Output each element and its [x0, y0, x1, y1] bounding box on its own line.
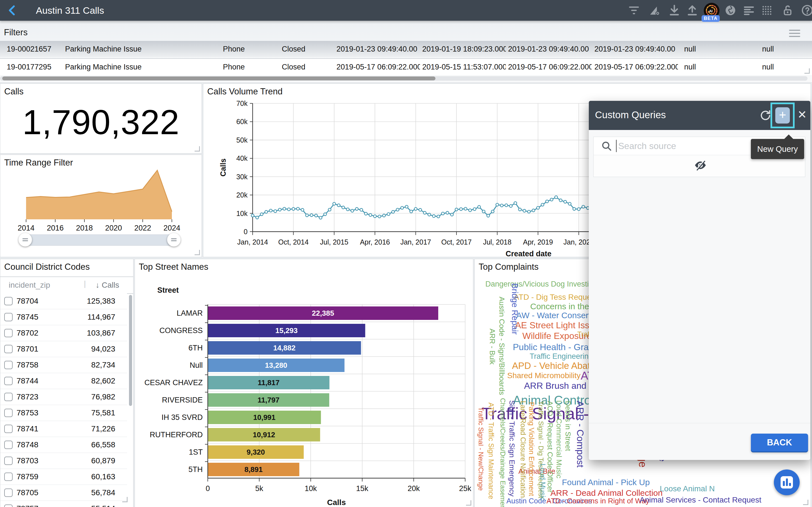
word-cloud-term[interactable]: Sign - Traffic Sign Emergency [508, 400, 516, 496]
filters-menu-icon[interactable] [789, 30, 800, 38]
row-checkbox[interactable] [4, 472, 13, 481]
council-table-header[interactable]: incident_zip | ↓ Calls [0, 276, 133, 294]
filters-table-row[interactable]: 19-00177295Parking Machine IssuePhoneClo… [0, 58, 812, 75]
help-icon[interactable] [801, 4, 812, 17]
council-row[interactable]: 78702 103,867 [0, 325, 127, 341]
filters-cell: null [684, 45, 759, 54]
council-row[interactable]: 78705 56,784 [0, 485, 127, 501]
svg-text:LAMAR: LAMAR [176, 309, 203, 317]
row-checkbox[interactable] [4, 457, 13, 465]
filters-h-scrollbar[interactable] [0, 76, 808, 81]
calls-value: 76,982 [91, 392, 115, 401]
svg-text:5TH: 5TH [189, 465, 203, 474]
row-checkbox[interactable] [4, 345, 13, 353]
filter-icon[interactable] [627, 4, 641, 17]
council-scrollbar-thumb[interactable] [129, 295, 132, 406]
zip-value: 78705 [16, 488, 38, 497]
council-row[interactable]: 78703 60,879 [0, 453, 127, 469]
council-title: Council District Codes [4, 262, 90, 272]
word-cloud-term[interactable]: ATD - Concerns in Right of Way [547, 497, 649, 504]
back-button[interactable]: BACK [751, 434, 808, 452]
word-cloud-term[interactable]: Loud Music [539, 464, 547, 501]
word-cloud-term[interactable]: ATD - Dig Tess Request [514, 293, 598, 301]
streets-card: Top Street Names Street 05k10k15k20k25k2… [135, 259, 473, 507]
council-row[interactable]: 78723 76,982 [0, 389, 127, 405]
svg-text:CESAR CHAVEZ: CESAR CHAVEZ [144, 379, 203, 387]
download-icon[interactable] [668, 4, 681, 17]
refresh-icon[interactable] [759, 109, 772, 122]
scrollbar-thumb[interactable] [2, 76, 436, 80]
word-cloud-term[interactable]: Shared Micromobility [507, 372, 580, 380]
resize-handle[interactable] [195, 146, 200, 152]
council-row[interactable]: 78701 94,023 [0, 341, 127, 357]
council-row[interactable]: 78744 82,602 [0, 373, 127, 389]
filters-cell: 19-00177295 [7, 63, 63, 71]
svg-text:Apr, 2019: Apr, 2019 [523, 238, 553, 246]
council-row[interactable]: 78741 71,226 [0, 421, 127, 437]
row-checkbox[interactable] [4, 504, 13, 507]
upload-icon[interactable] [686, 4, 699, 17]
word-cloud-term[interactable]: Parking Violation Enforcement [528, 402, 535, 496]
resize-handle[interactable] [803, 500, 808, 505]
column-incident-zip[interactable]: incident_zip [9, 281, 50, 290]
row-checkbox[interactable] [4, 297, 13, 305]
word-cloud-term[interactable]: Loud Commercial Music [555, 400, 563, 478]
time-range-slider[interactable] [25, 234, 174, 246]
resize-handle[interactable] [122, 497, 128, 502]
search-input[interactable]: Search source [618, 141, 676, 151]
filters-cell: 2019-01-23 09:49:40.00 [508, 45, 592, 54]
slider-handle-right[interactable] [167, 233, 181, 246]
word-cloud-term[interactable]: ARR - Bulk [489, 329, 496, 365]
word-cloud-term[interactable]: ATD - Traffic Sign Maintenance [488, 402, 495, 499]
close-icon[interactable]: ✕ [798, 108, 807, 121]
globe-icon[interactable] [724, 4, 738, 17]
streets-bar-chart[interactable]: 05k10k15k20k25k22,385LAMAR15,293CONGRESS… [135, 259, 472, 507]
word-cloud-term[interactable]: Debris in Street [564, 401, 572, 451]
council-row[interactable]: 78704 125,383 [0, 293, 127, 309]
ai-icon[interactable]: AI BETA [704, 3, 719, 18]
row-checkbox[interactable] [4, 441, 13, 449]
resize-handle[interactable] [195, 250, 200, 255]
column-calls[interactable]: ↓ Calls [96, 281, 119, 290]
grid-icon[interactable] [760, 4, 774, 17]
rows-icon[interactable] [743, 4, 756, 17]
row-checkbox[interactable] [4, 425, 13, 433]
new-query-button[interactable]: + [775, 107, 790, 123]
resize-handle[interactable] [466, 500, 471, 506]
council-row[interactable]: 78757 55,514 [0, 501, 127, 507]
calls-card-title: Calls [4, 87, 23, 97]
back-icon[interactable] [6, 4, 18, 17]
council-row[interactable]: 78745 114,967 [0, 309, 127, 325]
row-checkbox[interactable] [4, 313, 13, 321]
zip-value: 78745 [16, 313, 38, 322]
resize-handle[interactable] [804, 68, 810, 74]
row-checkbox[interactable] [4, 377, 13, 385]
word-cloud-term[interactable]: Channels/Creeks/Drainage Easement [499, 398, 506, 507]
word-cloud-term[interactable]: ARR - Compost [576, 401, 585, 467]
lock-icon[interactable] [781, 4, 795, 17]
council-row[interactable]: 78758 82,734 [0, 357, 127, 373]
row-checkbox[interactable] [4, 393, 13, 401]
filters-table-row[interactable]: 19-00021657Parking Machine IssuePhoneClo… [0, 41, 812, 57]
row-checkbox[interactable] [4, 361, 13, 369]
word-cloud-term[interactable]: ACD - Request Code Officer [547, 401, 554, 493]
word-cloud-term[interactable]: Animal Services - Contact Request [640, 496, 761, 504]
row-checkbox[interactable] [4, 329, 13, 337]
word-cloud-term[interactable]: Bridge Repair [511, 283, 519, 334]
svg-text:70k: 70k [236, 100, 248, 107]
slider-handle-left[interactable] [18, 233, 32, 246]
chart-settings-icon[interactable] [648, 4, 662, 17]
row-checkbox[interactable] [4, 409, 13, 417]
word-cloud-term[interactable]: Lane/Road Closure Notification [519, 401, 526, 498]
council-row[interactable]: 78759 60,163 [0, 469, 127, 485]
council-row[interactable]: 78748 66,558 [0, 437, 127, 453]
word-cloud-term[interactable]: Traffic Signal - New/Change [477, 407, 484, 491]
word-cloud-term[interactable]: Found Animal - Pick Up [562, 478, 650, 487]
chart-fab-button[interactable] [774, 469, 800, 495]
row-checkbox[interactable] [4, 489, 13, 497]
council-row[interactable]: 78753 75,581 [0, 405, 127, 421]
word-cloud-term[interactable]: Loose Animal N [660, 485, 715, 493]
page-title: Austin 311 Calls [36, 5, 104, 16]
ai-beta-icon[interactable]: AI BETA [704, 4, 717, 17]
word-cloud-term[interactable]: Austin Code - Signs/Billboards [498, 297, 506, 395]
